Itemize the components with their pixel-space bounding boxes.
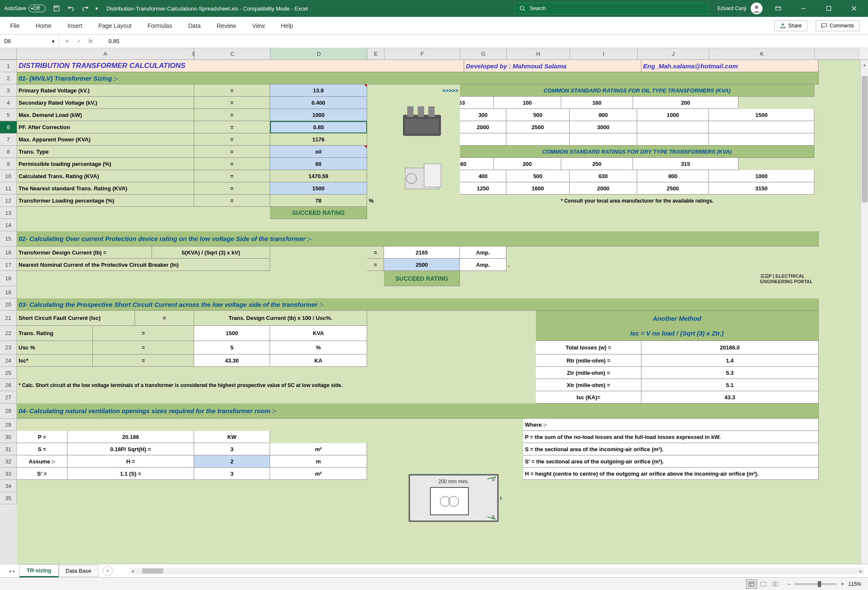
page-break-view-icon[interactable] bbox=[770, 579, 781, 589]
zoom-in-icon[interactable]: + bbox=[841, 581, 844, 587]
sheet-tab-active[interactable]: TR-sizing bbox=[19, 564, 59, 577]
col-header-a[interactable]: A bbox=[17, 48, 194, 60]
document-title: Distribution-Transformer-Calculations-Sp… bbox=[98, 5, 506, 12]
ribbon: File Home Insert Page Layout Formulas Da… bbox=[0, 17, 868, 35]
tab-view[interactable]: View bbox=[250, 19, 266, 32]
col-header-i[interactable]: I bbox=[570, 48, 638, 60]
cell-section1[interactable]: 01- (MV/LV) Transformer Sizing :- bbox=[17, 72, 819, 84]
comment-icon bbox=[821, 23, 827, 29]
tab-first-icon[interactable]: ◂ bbox=[8, 568, 11, 574]
svg-point-4 bbox=[755, 5, 758, 9]
svg-text:S: S bbox=[492, 514, 495, 520]
maximize-button[interactable] bbox=[819, 0, 838, 17]
svg-text:200 mm mini.: 200 mm mini. bbox=[438, 479, 469, 484]
sheet-tabs: ◂ ▸ TR-sizing Data Base + ◂ ▸ bbox=[0, 564, 868, 577]
transformer-oil-image bbox=[384, 97, 460, 146]
svg-rect-14 bbox=[428, 106, 435, 117]
svg-rect-13 bbox=[418, 106, 424, 117]
enter-formula-icon[interactable]: ✓ bbox=[77, 38, 81, 44]
page-layout-view-icon[interactable] bbox=[758, 579, 769, 589]
cell-title[interactable]: DISTRIBUTION TRANSFORMER CALCULATIONS bbox=[17, 60, 464, 72]
svg-point-2 bbox=[520, 6, 524, 10]
svg-rect-15 bbox=[405, 119, 439, 134]
zoom-control[interactable]: − + 115% bbox=[787, 581, 861, 587]
chevron-down-icon[interactable]: ▾ bbox=[52, 38, 54, 44]
add-sheet-button[interactable]: + bbox=[103, 566, 113, 576]
share-button[interactable]: Share bbox=[774, 20, 807, 31]
horizontal-scrollbar[interactable]: ◂ ▸ bbox=[130, 568, 864, 574]
svg-rect-1 bbox=[55, 6, 57, 8]
row-header-active[interactable]: 6 bbox=[0, 121, 17, 133]
comments-button[interactable]: Comments bbox=[816, 20, 860, 31]
formula-bar: D6 ▾ ✕ ✓ fx 0.85 bbox=[0, 35, 868, 48]
col-header-g[interactable]: G bbox=[460, 48, 507, 60]
minimize-button[interactable] bbox=[794, 0, 813, 17]
svg-rect-20 bbox=[430, 487, 468, 515]
svg-text:H: H bbox=[500, 495, 502, 501]
svg-rect-32 bbox=[776, 582, 778, 586]
close-button[interactable] bbox=[844, 0, 864, 17]
svg-rect-8 bbox=[827, 6, 831, 11]
cell-section2[interactable]: 02- Calculating Over current Protection … bbox=[17, 231, 819, 246]
zoom-out-icon[interactable]: − bbox=[787, 581, 790, 587]
svg-rect-17 bbox=[424, 164, 441, 187]
transformer-dry-image bbox=[384, 158, 460, 195]
tab-home[interactable]: Home bbox=[34, 19, 53, 32]
cell-section3[interactable]: 03- Calculating the Prospective Short Ci… bbox=[17, 298, 819, 311]
fx-icon[interactable]: fx bbox=[89, 38, 98, 44]
sheet-tab[interactable]: Data Base bbox=[59, 565, 99, 577]
svg-rect-12 bbox=[407, 106, 414, 117]
search-icon bbox=[519, 5, 525, 11]
tab-insert[interactable]: Insert bbox=[66, 19, 84, 32]
tab-prev-icon[interactable]: ▸ bbox=[13, 568, 15, 574]
svg-rect-27 bbox=[749, 582, 754, 586]
col-header-h[interactable]: H bbox=[507, 48, 570, 60]
name-box[interactable]: D6 ▾ bbox=[0, 35, 59, 48]
svg-rect-5 bbox=[776, 7, 781, 10]
title-bar: AutoSave ● Off ▾ Distribution-Transforme… bbox=[0, 0, 868, 17]
column-headers: A B C D E F G H I J K bbox=[0, 48, 868, 60]
tab-formulas[interactable]: Formulas bbox=[146, 19, 174, 32]
select-all-corner[interactable] bbox=[0, 48, 17, 60]
col-header-c[interactable]: C bbox=[195, 48, 270, 60]
formula-input[interactable]: 0.85 bbox=[104, 38, 868, 44]
search-input[interactable]: Search bbox=[515, 3, 709, 14]
save-icon[interactable] bbox=[52, 4, 61, 13]
zoom-slider[interactable] bbox=[795, 583, 837, 585]
cells-grid[interactable]: DISTRIBUTION TRANSFORMER CALCULATIONS De… bbox=[17, 60, 860, 564]
zoom-level[interactable]: 115% bbox=[848, 581, 861, 587]
col-header-d[interactable]: D bbox=[270, 48, 368, 60]
vertical-scrollbar[interactable]: ▴ bbox=[860, 60, 868, 564]
col-header-f[interactable]: F bbox=[384, 48, 460, 60]
redo-icon[interactable] bbox=[81, 4, 89, 13]
ribbon-display-icon[interactable] bbox=[768, 0, 788, 17]
tab-page-layout[interactable]: Page Layout bbox=[97, 19, 133, 32]
avatar bbox=[751, 3, 763, 14]
col-header-k[interactable]: K bbox=[709, 48, 815, 60]
tab-file[interactable]: File bbox=[8, 19, 22, 32]
active-cell[interactable]: 0.85 bbox=[270, 121, 367, 133]
user-account[interactable]: Edvard Canji bbox=[717, 3, 763, 14]
svg-rect-31 bbox=[773, 582, 775, 586]
tab-help[interactable]: Help bbox=[279, 19, 295, 32]
svg-rect-30 bbox=[761, 582, 766, 586]
status-bar: − + 115% bbox=[0, 577, 868, 590]
cancel-formula-icon[interactable]: ✕ bbox=[65, 38, 69, 44]
normal-view-icon[interactable] bbox=[746, 579, 757, 589]
autosave-toggle[interactable]: AutoSave ● Off bbox=[4, 5, 46, 12]
tab-review[interactable]: Review bbox=[215, 19, 238, 32]
col-header-j[interactable]: J bbox=[638, 48, 709, 60]
tab-data[interactable]: Data bbox=[187, 19, 203, 32]
row-headers: 1 2 3 4 5 6 7 8 9 10 11 12 13 14 15 16 1… bbox=[0, 60, 17, 564]
cell-section4[interactable]: 04- Calculating natural ventilation open… bbox=[17, 403, 819, 419]
share-icon bbox=[780, 23, 786, 29]
eep-logo: ☰☰P | ELECTRICALENGINEERING PORTAL bbox=[705, 271, 814, 286]
col-header-e[interactable]: E bbox=[368, 48, 384, 60]
cell-succeed1[interactable]: SUCCEED RATING bbox=[270, 207, 367, 219]
svg-line-3 bbox=[524, 10, 525, 11]
undo-icon[interactable] bbox=[67, 4, 75, 13]
cell-succeed2[interactable]: SUCCEED RATING bbox=[384, 271, 460, 286]
ventilation-diagram: 200 mm mini. S' H S bbox=[384, 465, 523, 526]
